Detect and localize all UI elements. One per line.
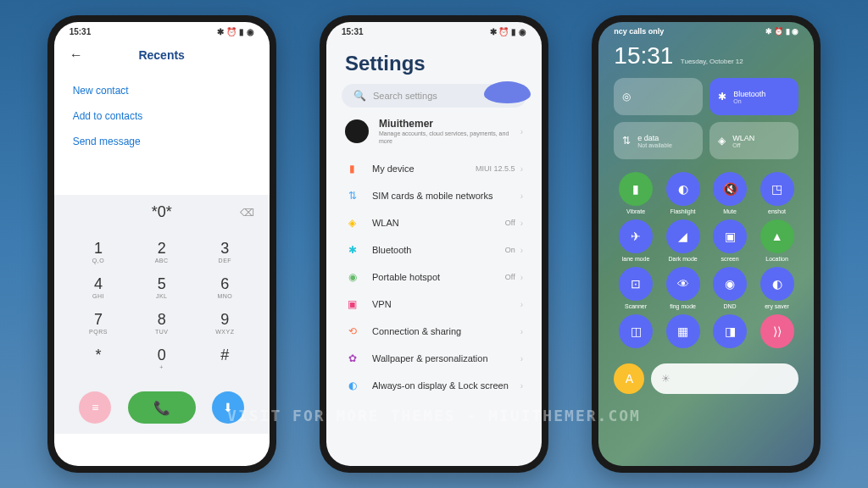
qs-tile-small[interactable]: ◫ [614, 314, 658, 351]
phone-dialer: 15:31 ✱ ⏰ ▮ ◉ ← Recents New contact Add … [47, 15, 276, 473]
chevron-right-icon: › [520, 273, 523, 282]
tile-icon: ▦ [666, 314, 700, 348]
account-name: Miuithemer [379, 118, 520, 130]
setting-value: MIUI 12.5.5 [476, 164, 515, 173]
qs-tile-small[interactable]: ▮Vibrate [614, 172, 658, 214]
setting-label: Connection & sharing [372, 326, 515, 336]
auto-brightness-button[interactable]: A [614, 363, 644, 394]
setting-item[interactable]: ✱BluetoothOn› [345, 236, 523, 263]
qs-tile-small[interactable]: ◢Dark mode [661, 219, 705, 262]
keypad-key-4[interactable]: 4GHI [67, 269, 131, 305]
tile-icon: ◨ [713, 314, 747, 348]
setting-label: Bluetooth [372, 245, 505, 255]
setting-item[interactable]: ◈WLANOff› [345, 209, 523, 236]
qs-tile-small[interactable]: 👁fing mode [661, 267, 705, 309]
setting-item[interactable]: ◉Portable hotspotOff› [345, 263, 523, 291]
qs-tile-large[interactable]: ◈WLANOff [709, 122, 798, 159]
carrier-label: ncy calls only [614, 27, 664, 36]
qs-tile-large[interactable]: ⇅e dataNot available [614, 122, 703, 159]
qs-tile-small[interactable]: ◉DND [708, 267, 752, 309]
setting-icon: ◈ [345, 217, 360, 229]
backspace-icon[interactable]: ⌫ [240, 207, 254, 219]
call-button[interactable]: 📞 [128, 391, 196, 424]
keypad-key-8[interactable]: 8TUV [130, 305, 193, 341]
qs-tile-large[interactable]: ✱BluetoothOn [709, 78, 798, 115]
setting-value: On [505, 246, 515, 254]
contact-menu: New contact Add to contacts Send message [54, 71, 270, 161]
setting-label: WLAN [372, 218, 505, 228]
setting-item[interactable]: ▮My deviceMIUI 12.5.5› [345, 155, 523, 182]
tile-icon: ✈ [619, 219, 653, 253]
setting-label: Always-on display & Lock screen [372, 380, 515, 391]
new-contact-link[interactable]: New contact [73, 78, 251, 103]
more-button[interactable]: ≡ [79, 391, 111, 424]
setting-icon: ⇅ [345, 190, 360, 202]
add-to-contacts-link[interactable]: Add to contacts [73, 103, 251, 129]
keypad-key-6[interactable]: 6MNO [193, 269, 257, 305]
tile-label: enshot [768, 208, 786, 214]
qs-tile-large[interactable]: ◎ [614, 78, 703, 115]
tile-label: lane mode [622, 256, 650, 262]
back-icon[interactable]: ← [70, 47, 83, 63]
qs-tile-small[interactable]: ◐ery saver [755, 267, 799, 309]
keypad-key-7[interactable]: 7PQRS [67, 305, 131, 341]
qs-tile-small[interactable]: ▲Location [755, 219, 799, 262]
search-input[interactable]: 🔍 Search settings [342, 84, 526, 108]
status-time: 15:31 [342, 27, 364, 36]
setting-value: Off [505, 273, 515, 281]
setting-item[interactable]: ▣VPN› [345, 291, 523, 318]
setting-label: Portable hotspot [372, 272, 505, 282]
keypad-key-2[interactable]: 2ABC [130, 234, 193, 269]
tile-icon: ◢ [666, 219, 700, 253]
keypad-key-1[interactable]: 1Q,O [67, 234, 131, 269]
keypad-key-0[interactable]: 0+ [130, 341, 193, 376]
qs-tile-small[interactable]: ◳enshot [755, 172, 799, 214]
tile-label: Vibrate [626, 208, 645, 214]
keypad-key-3[interactable]: 3DEF [193, 234, 257, 269]
qs-tile-small[interactable]: ⊡Scanner [614, 267, 658, 309]
tile-title: WLAN [732, 134, 790, 142]
tile-icon: ⟩⟩ [760, 314, 794, 348]
setting-icon: ▮ [345, 163, 360, 175]
chevron-right-icon: › [520, 127, 523, 136]
setting-icon: ◉ [345, 271, 360, 283]
account-row[interactable]: Miuithemer Manage accounts, cloud servic… [326, 108, 542, 155]
phone-quicksettings: ncy calls only ✱ ⏰ ▮ ◉ 15:31 Tuesday, Oc… [592, 15, 821, 473]
expand-button[interactable]: ⬇ [212, 391, 244, 424]
clock: 15:31 [614, 42, 673, 69]
qs-tile-small[interactable]: ◨ [708, 314, 752, 351]
account-subtitle: Manage accounts, cloud services, payment… [379, 130, 520, 145]
setting-item[interactable]: ✿Wallpaper & personalization› [345, 345, 523, 372]
setting-icon: ◐ [345, 380, 360, 391]
keypad-key-#[interactable]: # [193, 341, 257, 376]
qs-tile-small[interactable]: ✈lane mode [614, 219, 658, 262]
chevron-right-icon: › [520, 381, 523, 391]
tile-icon: ◈ [718, 135, 726, 147]
qs-tile-small[interactable]: ▣screen [708, 219, 752, 262]
keypad-key-5[interactable]: 5JKL [130, 269, 193, 305]
brightness-icon: ☀ [661, 373, 670, 385]
setting-icon: ✱ [345, 244, 360, 256]
setting-item[interactable]: ⟲Connection & sharing› [345, 318, 523, 345]
date: Tuesday, October 12 [681, 58, 743, 65]
brightness-slider[interactable]: ☀ [651, 363, 798, 394]
tile-title: e data [637, 134, 694, 142]
keypad-key-*[interactable]: * [67, 341, 131, 376]
status-time: 15:31 [70, 27, 92, 36]
keypad-key-9[interactable]: 9WXYZ [193, 305, 257, 341]
setting-icon: ▣ [345, 298, 360, 310]
setting-icon: ⟲ [345, 325, 360, 337]
qs-tile-small[interactable]: 🔇Mute [708, 172, 752, 214]
tile-label: Flashlight [670, 208, 696, 214]
send-message-link[interactable]: Send message [73, 129, 251, 154]
qs-tile-small[interactable]: ◐Flashlight [661, 172, 705, 214]
tile-icon: ◐ [666, 172, 700, 206]
setting-item[interactable]: ⇅SIM cards & mobile networks› [345, 182, 523, 209]
tile-icon: ▲ [760, 219, 794, 253]
chevron-right-icon: › [520, 327, 523, 336]
tile-subtitle: Off [732, 142, 790, 148]
qs-tile-small[interactable]: ▦ [661, 314, 705, 351]
setting-item[interactable]: ◐Always-on display & Lock screen› [345, 372, 523, 399]
qs-tile-small[interactable]: ⟩⟩ [755, 314, 799, 351]
settings-list: ▮My deviceMIUI 12.5.5›⇅SIM cards & mobil… [326, 155, 542, 399]
